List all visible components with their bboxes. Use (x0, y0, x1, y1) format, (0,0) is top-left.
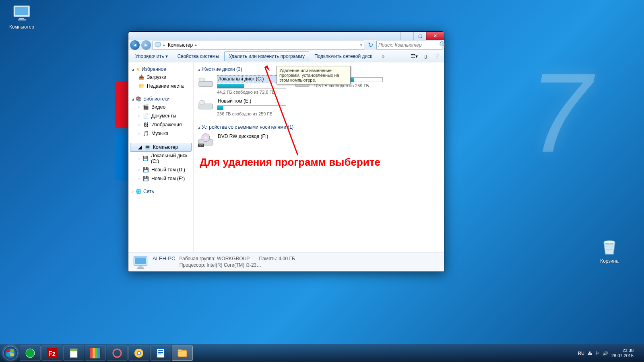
search-box[interactable]: 🔍 (376, 41, 442, 49)
svg-point-24 (4, 346, 17, 360)
tray-volume-icon[interactable]: 🔊 (603, 351, 608, 356)
toolbar-overflow[interactable]: » (377, 51, 389, 61)
breadcrumb-root[interactable]: Компьютер (168, 42, 193, 48)
svg-rect-33 (70, 349, 77, 351)
start-button[interactable] (2, 345, 19, 361)
svg-point-29 (26, 349, 35, 358)
taskbar: Fz RU 🖧 ⚐ 🔊 23:38 28.07.2015 (0, 344, 644, 362)
svg-rect-43 (157, 349, 164, 358)
back-button[interactable]: ◄ (130, 40, 140, 50)
svg-rect-45 (158, 352, 163, 353)
navigation-pane: ◢★Избранное 📥Загрузки 📁Недавние места ◢📚… (128, 62, 194, 252)
tray-action-center-icon[interactable]: ⚐ (595, 351, 599, 356)
tray-lang[interactable]: RU (578, 351, 584, 356)
sidebar-drive-c[interactable]: ▷💾Локальный диск (C:) (130, 152, 192, 165)
svg-rect-27 (6, 353, 10, 356)
uninstall-program-button[interactable]: Удалить или изменить программу (224, 51, 309, 61)
svg-rect-28 (10, 353, 14, 356)
svg-rect-5 (155, 43, 161, 46)
sidebar-drive-d[interactable]: ▷💾Новый том (D:) (130, 165, 192, 174)
preview-pane-button[interactable]: ▯ (421, 51, 430, 61)
svg-rect-36 (93, 348, 95, 358)
desktop-recycle-icon[interactable]: Корзина (593, 237, 625, 264)
titlebar: ─ ▢ ✕ (128, 32, 444, 40)
dvd-label: DVD RW дисковод (F:) (217, 133, 286, 140)
computer-icon (155, 42, 161, 48)
svg-point-42 (138, 352, 140, 354)
map-network-drive-button[interactable]: Подключить сетевой диск (310, 51, 376, 61)
tray-network-icon[interactable]: 🖧 (588, 351, 592, 356)
svg-point-4 (604, 241, 615, 244)
desktop-recycle-label: Корзина (600, 258, 619, 264)
status-name: ALEH-PC (153, 255, 175, 261)
sidebar-downloads[interactable]: 📥Загрузки (130, 73, 192, 82)
breadcrumb[interactable]: ▸ Компьютер ▸ ▾ (153, 41, 364, 49)
sidebar-documents[interactable]: ▷📄Документы (130, 111, 192, 120)
system-properties-button[interactable]: Свойства системы (173, 51, 224, 61)
tray-clock[interactable]: 23:38 28.07.2015 (611, 348, 634, 358)
taskbar-snip[interactable] (107, 346, 128, 361)
sidebar-favorites-header[interactable]: ◢★Избранное (130, 66, 192, 73)
taskbar-app-1[interactable] (20, 346, 41, 361)
svg-rect-19 (135, 257, 146, 264)
svg-rect-46 (158, 354, 161, 354)
drive-c[interactable]: Локальный диск (C:) 44,2 ГБ свободно из … (198, 75, 286, 95)
search-input[interactable] (378, 42, 439, 48)
search-icon: 🔍 (439, 41, 447, 49)
address-bar: ◄ ► ▸ Компьютер ▸ ▾ ↻ 🔍 (128, 40, 444, 50)
view-options-button[interactable]: ☷▾ (409, 51, 419, 61)
help-button[interactable]: ❔ (432, 51, 442, 61)
taskbar-media[interactable] (85, 346, 106, 361)
close-button[interactable]: ✕ (426, 32, 444, 40)
sidebar-recent-places[interactable]: 📁Недавние места (130, 82, 192, 90)
sidebar-pictures[interactable]: ▷🖼Изображения (130, 120, 192, 129)
svg-rect-48 (178, 350, 182, 351)
svg-rect-38 (97, 348, 100, 358)
drive-c-label: Локальный диск (C:) (217, 75, 286, 82)
sidebar-libraries-header[interactable]: ◢📚Библиотеки (130, 95, 192, 103)
breadcrumb-arrow: ▸ (195, 43, 197, 47)
desktop-computer-label: Компьютер (9, 24, 34, 30)
svg-rect-2 (19, 18, 24, 19)
desktop-computer-icon[interactable]: Компьютер (6, 3, 38, 30)
sidebar-videos[interactable]: ▷🎬Видео (130, 103, 192, 111)
drive-c-free: 44,2 ГБ свободно из 72,8 ГБ (217, 90, 286, 95)
taskbar-chrome[interactable] (128, 346, 149, 361)
svg-rect-3 (18, 19, 26, 21)
taskbar-filezilla[interactable]: Fz (41, 346, 62, 361)
drive-e-free: 236 ГБ свободно из 259 ГБ (217, 111, 286, 116)
organize-button[interactable]: Упорядочить ▾ (131, 51, 172, 61)
sidebar-drive-e[interactable]: ▷💾Новый том (E:) (130, 174, 192, 183)
breadcrumb-arrow: ▸ (163, 43, 165, 47)
show-desktop-button[interactable] (637, 346, 640, 361)
maximize-button[interactable]: ▢ (413, 32, 426, 40)
minimize-button[interactable]: ─ (400, 32, 413, 40)
svg-point-12 (199, 101, 205, 105)
sidebar-computer[interactable]: ◢💻Компьютер (130, 143, 192, 152)
svg-rect-44 (158, 350, 163, 351)
svg-rect-37 (95, 348, 97, 358)
svg-point-39 (113, 349, 121, 357)
toolbar: Упорядочить ▾ Свойства системы Удалить и… (128, 50, 444, 62)
svg-text:DVD: DVD (199, 144, 203, 146)
svg-rect-6 (157, 47, 159, 47)
svg-point-15 (205, 137, 207, 139)
annotation-text: Для удаления программ выберите (200, 156, 380, 169)
wallpaper-seven: 7 (529, 48, 592, 177)
taskbar-writer[interactable] (150, 346, 171, 361)
removable-section-header[interactable]: ◢Устройства со съемными носителями (1) (198, 123, 440, 132)
drive-e[interactable]: Новый том (E:) 236 ГБ свободно из 259 ГБ (198, 98, 286, 116)
sidebar-network-header[interactable]: ▷🌐Сеть (130, 188, 192, 195)
sidebar-music[interactable]: ▷🎵Музыка (130, 129, 192, 138)
breadcrumb-dropdown[interactable]: ▾ (360, 43, 362, 47)
svg-rect-21 (137, 267, 144, 269)
refresh-button[interactable]: ↻ (366, 41, 375, 49)
svg-text:Fz: Fz (48, 350, 56, 357)
taskbar-explorer[interactable] (172, 346, 193, 361)
system-tray: RU 🖧 ⚐ 🔊 23:38 28.07.2015 (578, 346, 642, 361)
taskbar-notepad[interactable] (63, 346, 84, 361)
dvd-drive[interactable]: DVD DVD RW дисковод (F:) (198, 133, 286, 148)
forward-button[interactable]: ► (141, 40, 151, 50)
drive-c-bar (217, 84, 286, 88)
drive-e-bar (217, 105, 286, 110)
